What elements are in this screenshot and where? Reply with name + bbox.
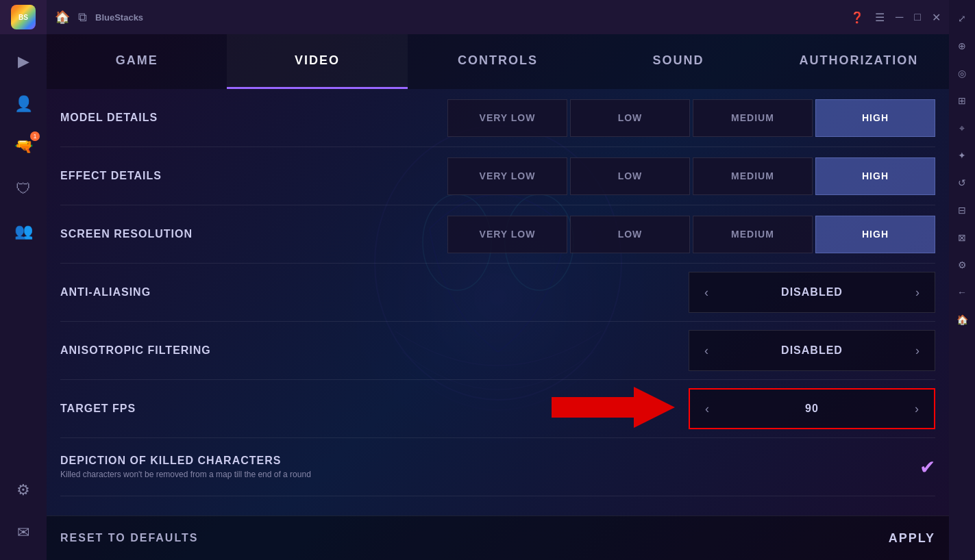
minimize-icon[interactable]: ─ (896, 11, 903, 24)
right-icon-refresh[interactable]: ↺ (949, 170, 975, 196)
settings-icon: ⚙ (16, 481, 30, 499)
sidebar-item-group[interactable]: 👥 (0, 211, 47, 252)
quality-btn-low-effect[interactable]: LOW (570, 157, 690, 195)
quality-btn-high-res[interactable]: HIGH (815, 216, 935, 253)
setting-row-depiction: DEPICTION OF KILLED CHARACTERS Killed ch… (60, 438, 935, 496)
setting-row-screen-resolution: SCREEN RESOLUTION VERY LOW LOW MEDIUM HI… (60, 205, 935, 264)
group-icon: 👥 (14, 222, 33, 240)
quality-buttons-resolution: VERY LOW LOW MEDIUM HIGH (447, 216, 935, 253)
quality-btn-high-model[interactable]: HIGH (815, 99, 935, 137)
quality-btn-very-low-res[interactable]: VERY LOW (447, 216, 567, 253)
setting-label-effect-details: EFFECT DETAILS (60, 170, 447, 182)
right-icon-close[interactable]: ⊠ (949, 225, 975, 251)
mail-icon: ✉ (17, 524, 29, 542)
selector-next-anisotropic[interactable]: › (900, 330, 935, 371)
sidebar-bottom: ⚙ ✉ (0, 470, 47, 560)
right-icon-star[interactable]: ✦ (949, 142, 975, 168)
close-icon[interactable]: ✕ (932, 11, 941, 24)
quality-btn-high-effect[interactable]: HIGH (815, 157, 935, 195)
right-icon-settings[interactable]: ⚙ (949, 252, 975, 278)
selector-prev-anisotropic[interactable]: ‹ (689, 330, 724, 371)
app-name: BlueStacks (95, 12, 143, 23)
setting-label-anti-aliasing: ANTI-ALIASING (60, 286, 689, 298)
menu-icon[interactable]: ☰ (875, 11, 885, 24)
tab-sound[interactable]: SOUND (588, 34, 768, 89)
right-icon-minus[interactable]: ⊟ (949, 197, 975, 223)
setting-label-anisotropic: ANISOTROPIC FILTERING (60, 344, 689, 357)
sidebar-item-shield[interactable]: 🛡 (0, 168, 47, 209)
quality-buttons-model: VERY LOW LOW MEDIUM HIGH (447, 99, 935, 137)
main-content: GAME VIDEO CONTROLS SOUND AUTHORIZATION … (47, 34, 949, 560)
sidebar-item-mail[interactable]: ✉ (0, 512, 47, 553)
sidebar-item-user[interactable]: 👤 (0, 84, 47, 125)
right-icon-grid[interactable]: ⊞ (949, 88, 975, 114)
right-icon-add[interactable]: ⊕ (949, 33, 975, 59)
quality-buttons-effect: VERY LOW LOW MEDIUM HIGH (447, 157, 935, 195)
tab-authorization[interactable]: AUTHORIZATION (769, 34, 949, 89)
selector-value-fps: 90 (724, 403, 900, 415)
tabs-bar: GAME VIDEO CONTROLS SOUND AUTHORIZATION (47, 34, 949, 89)
selector-next-fps[interactable]: › (900, 388, 934, 429)
sidebar-item-play[interactable]: ▶ (0, 41, 47, 82)
reset-button[interactable]: RESET TO DEFAULTS (60, 532, 198, 544)
right-panel: ⤢ ⊕ ◎ ⊞ ⌖ ✦ ↺ ⊟ ⊠ ⚙ ← 🏠 (949, 0, 975, 560)
right-icon-back[interactable]: ← (949, 279, 975, 305)
setting-row-effect-details: EFFECT DETAILS VERY LOW LOW MEDIUM HIGH (60, 147, 935, 205)
quality-btn-low-model[interactable]: LOW (570, 99, 690, 137)
left-sidebar: BS ▶ 👤 🔫 1 🛡 👥 ⚙ ✉ (0, 0, 47, 560)
apply-button[interactable]: APPLY (889, 531, 935, 546)
window-controls: ❓ ☰ ─ □ ✕ (850, 11, 941, 24)
shield-icon: 🛡 (16, 180, 31, 198)
sidebar-item-gun[interactable]: 🔫 1 (0, 126, 47, 167)
quality-btn-very-low-effect[interactable]: VERY LOW (447, 157, 567, 195)
right-icon-home[interactable]: 🏠 (949, 307, 975, 333)
selector-prev-fps[interactable]: ‹ (690, 388, 724, 429)
tab-controls[interactable]: CONTROLS (408, 34, 588, 89)
quality-btn-low-res[interactable]: LOW (570, 216, 690, 253)
app-logo: BS (0, 0, 47, 34)
setting-label-screen-resolution: SCREEN RESOLUTION (60, 228, 447, 240)
setting-row-anisotropic: ANISOTROPIC FILTERING ‹ DISABLED › (60, 322, 935, 380)
sidebar-nav: ▶ 👤 🔫 1 🛡 👥 (0, 34, 47, 252)
help-icon[interactable]: ❓ (850, 11, 864, 24)
quality-btn-medium-effect[interactable]: MEDIUM (693, 157, 813, 195)
toggle-depiction[interactable]: ✔ (920, 456, 935, 479)
setting-row-target-fps: TARGET FPS ‹ 90 › (60, 380, 935, 438)
selector-anisotropic: ‹ DISABLED › (689, 330, 935, 371)
setting-row-anti-aliasing: ANTI-ALIASING ‹ DISABLED › (60, 264, 935, 322)
setting-label-model-details: MODEL DETAILS (60, 112, 447, 124)
play-icon: ▶ (18, 53, 29, 71)
tab-game[interactable]: GAME (47, 34, 227, 89)
bottom-bar: RESET TO DEFAULTS APPLY (47, 516, 949, 560)
bluestacks-icon: BS (11, 5, 36, 29)
sidebar-item-settings[interactable]: ⚙ (0, 470, 47, 511)
selector-target-fps: ‹ 90 › (689, 388, 935, 429)
title-bar: 🏠 ⧉ BlueStacks ❓ ☰ ─ □ ✕ (47, 0, 949, 34)
right-icon-expand[interactable]: ⤢ (949, 5, 975, 31)
setting-label-depiction: DEPICTION OF KILLED CHARACTERS (60, 455, 920, 467)
quality-btn-very-low-model[interactable]: VERY LOW (447, 99, 567, 137)
right-icon-move[interactable]: ⌖ (949, 115, 975, 141)
selector-prev-anti-aliasing[interactable]: ‹ (689, 272, 724, 313)
home-icon[interactable]: 🏠 (55, 10, 70, 25)
quality-btn-medium-res[interactable]: MEDIUM (693, 216, 813, 253)
selector-anti-aliasing: ‹ DISABLED › (689, 272, 935, 313)
setting-row-model-details: MODEL DETAILS VERY LOW LOW MEDIUM HIGH (60, 89, 935, 147)
main-area: 🏠 ⧉ BlueStacks ❓ ☰ ─ □ ✕ (47, 0, 949, 560)
right-icon-target[interactable]: ◎ (949, 60, 975, 86)
gun-badge: 1 (30, 131, 40, 141)
settings-content: MODEL DETAILS VERY LOW LOW MEDIUM HIGH E… (47, 89, 949, 516)
setting-label-target-fps: TARGET FPS (60, 403, 689, 415)
tab-video[interactable]: VIDEO (227, 34, 407, 89)
selector-value-anisotropic: DISABLED (724, 344, 900, 357)
gun-icon: 🔫 (14, 138, 33, 155)
selector-value-anti-aliasing: DISABLED (724, 286, 900, 298)
quality-btn-medium-model[interactable]: MEDIUM (693, 99, 813, 137)
setting-sublabel-depiction: Killed characters won't be removed from … (60, 470, 920, 479)
user-icon: 👤 (14, 95, 33, 113)
window-icon[interactable]: ⧉ (78, 10, 87, 25)
selector-next-anti-aliasing[interactable]: › (900, 272, 935, 313)
maximize-icon[interactable]: □ (914, 11, 921, 24)
